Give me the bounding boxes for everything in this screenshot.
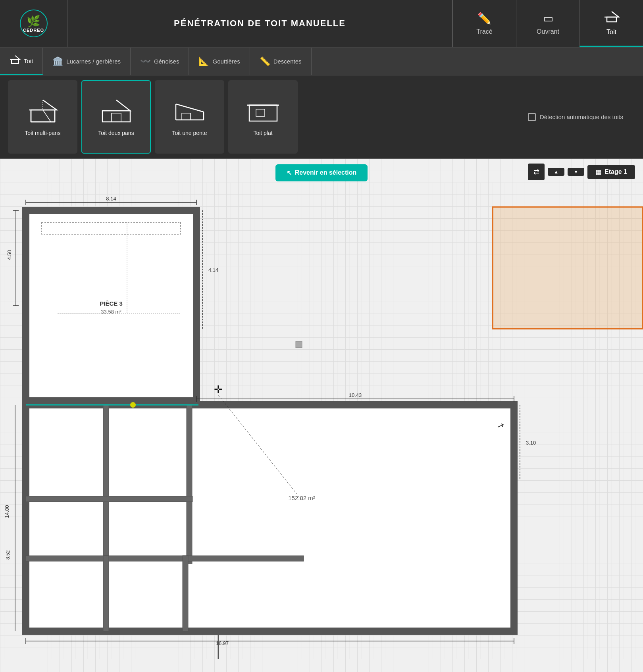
svg-rect-13 [182, 113, 191, 120]
svg-text:PIÈCE 3: PIÈCE 3 [100, 300, 123, 307]
floor-label: ▦ Etage 1 [587, 165, 635, 179]
tool-toit-label: Toit [606, 29, 616, 36]
nav-tab-lucarnes-label: Lucarnes / gerbières [66, 58, 121, 65]
svg-rect-9 [112, 113, 121, 122]
cursor-icon: ↖ [287, 169, 292, 177]
svg-text:8.52: 8.52 [5, 550, 11, 560]
top-tools: ✏️ Tracé ▭ Ouvrant Toit [452, 0, 643, 47]
svg-rect-1 [12, 60, 19, 64]
svg-rect-16 [256, 109, 265, 116]
une-pente-label: Toit une pente [172, 130, 207, 136]
auto-detect-checkbox[interactable] [528, 113, 536, 121]
multi-pans-icon [27, 98, 59, 125]
svg-text:✛: ✛ [214, 383, 223, 395]
nav-tab-descentes-label: Descentes [273, 58, 302, 65]
svg-text:3.10: 3.10 [526, 440, 536, 446]
svg-rect-42 [103, 405, 109, 564]
svg-text:33.58 m²: 33.58 m² [101, 309, 121, 315]
svg-rect-53 [296, 341, 302, 348]
floor-up-button[interactable]: ▲ [548, 168, 564, 176]
roof-type-multi-pans[interactable]: Toit multi-pans [8, 80, 77, 154]
return-button-label: Revenir en sélection [295, 169, 357, 176]
auto-detect-label: Détection automatique des toits [540, 114, 623, 120]
orange-room [492, 206, 643, 329]
nav-tab-toit[interactable]: Toit [0, 48, 43, 75]
svg-rect-14 [249, 105, 277, 121]
genoises-icon: 〰️ [140, 56, 151, 67]
svg-text:8.14: 8.14 [106, 196, 116, 202]
toit-nav-icon [10, 55, 21, 67]
svg-rect-0 [607, 17, 616, 22]
tool-ouvrant-label: Ouvrant [537, 28, 559, 35]
une-pente-icon [174, 98, 206, 125]
descentes-icon: 📏 [260, 56, 270, 67]
svg-line-4 [43, 110, 51, 122]
canvas-area: ↖ Revenir en sélection ⇄ ▲ ▼ ▦ Etage 1 8… [0, 159, 643, 672]
svg-rect-47 [183, 556, 188, 631]
pencil-icon: ✏️ [477, 12, 491, 25]
logo-text: CEDREO [23, 28, 44, 33]
roof-icon [604, 10, 620, 25]
svg-text:14.00: 14.00 [4, 505, 10, 518]
roof-types-bar: Toit multi-pans Toit deux pans Toit une … [0, 75, 643, 159]
deux-pans-icon [100, 98, 132, 125]
svg-rect-45 [26, 556, 304, 561]
nav-tab-genoises[interactable]: 〰️ Génoises [131, 48, 189, 75]
return-button[interactable]: ↖ Revenir en sélection [275, 164, 368, 181]
floor-down-button[interactable]: ▼ [568, 168, 584, 176]
nav-tab-descentes[interactable]: 📏 Descentes [250, 48, 312, 75]
gouttieres-icon: 📐 [198, 56, 209, 67]
deux-pans-label: Toit deux pans [98, 130, 134, 136]
nav-tab-lucarnes[interactable]: 🏛️ Lucarnes / gerbières [43, 48, 131, 75]
lucarnes-icon: 🏛️ [52, 56, 63, 67]
svg-text:152.82 m²: 152.82 m² [288, 495, 315, 501]
svg-text:10.43: 10.43 [349, 392, 362, 398]
svg-rect-44 [26, 496, 193, 502]
multi-pans-label: Toit multi-pans [25, 130, 60, 136]
roof-type-deux-pans[interactable]: Toit deux pans [81, 80, 151, 154]
tool-trace[interactable]: ✏️ Tracé [452, 0, 516, 47]
tool-toit[interactable]: Toit [579, 0, 643, 47]
nav-tab-toit-label: Toit [24, 58, 33, 64]
toit-plat-label: Toit plat [253, 130, 272, 136]
svg-text:4.14: 4.14 [208, 267, 218, 273]
canvas-right-controls: ⇄ ▲ ▼ ▦ Etage 1 [528, 164, 635, 180]
nav-tab-gouttieres-label: Gouttières [212, 58, 240, 65]
window-icon: ▭ [543, 12, 553, 25]
tool-trace-label: Tracé [476, 28, 492, 35]
tool-ouvrant[interactable]: ▭ Ouvrant [516, 0, 579, 47]
roof-type-une-pente[interactable]: Toit une pente [155, 80, 224, 154]
nav-tab-gouttieres[interactable]: 📐 Gouttières [189, 48, 250, 75]
top-bar: 🌿 CEDREO PÉNÉTRATION DE TOIT MANUELLE ✏️… [0, 0, 643, 48]
svg-rect-8 [102, 111, 130, 122]
app-title-area: PÉNÉTRATION DE TOIT MANUELLE [67, 0, 452, 47]
svg-rect-46 [103, 556, 109, 631]
logo-circle: 🌿 CEDREO [20, 10, 48, 37]
toit-plat-icon [247, 98, 279, 125]
svg-text:4.50: 4.50 [6, 250, 12, 260]
roof-type-plat[interactable]: Toit plat [228, 80, 298, 154]
logo-icon: 🌿 [27, 15, 40, 28]
auto-detect-area[interactable]: Détection automatique des toits [528, 113, 635, 121]
floor-label-text: Etage 1 [604, 168, 627, 175]
svg-rect-43 [187, 405, 192, 564]
second-nav-bar: Toit 🏛️ Lucarnes / gerbières 〰️ Génoises… [0, 48, 643, 75]
refresh-button[interactable]: ⇄ [528, 164, 545, 180]
floor-icon: ▦ [595, 168, 601, 176]
svg-point-52 [130, 402, 136, 408]
svg-rect-2 [31, 110, 55, 122]
svg-rect-33 [26, 405, 514, 631]
app-title: PÉNÉTRATION DE TOIT MANUELLE [174, 18, 346, 29]
nav-tab-genoises-label: Génoises [154, 58, 179, 65]
logo-area: 🌿 CEDREO [0, 0, 67, 47]
